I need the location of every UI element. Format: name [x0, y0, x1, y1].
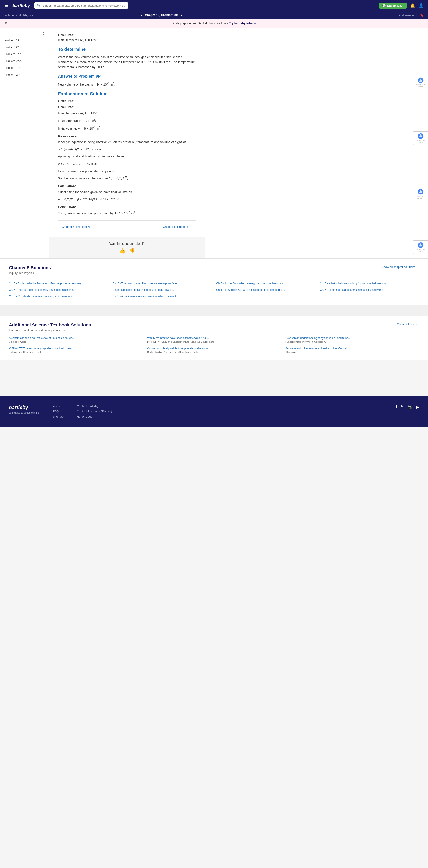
to-determine-title: To determine: [58, 47, 196, 52]
header-right: 💬 Expert Q&A 🔔 👤: [379, 3, 424, 9]
sidebar-toggle-icon[interactable]: ⋮: [42, 31, 45, 35]
footer: bartleby your guide to better learning A…: [0, 396, 428, 427]
thumbs-down-button[interactable]: 👎: [129, 248, 135, 254]
solution-link-4[interactable]: Ch. 5 - Discuss some of the early develo…: [9, 288, 108, 292]
hamburger-icon[interactable]: ☰: [4, 3, 8, 8]
additional-item-title-0[interactable]: A certain car has a fuel efficiency of 2…: [9, 336, 143, 340]
recaptcha-2: reCAPTCHA Privacy -: [413, 131, 428, 147]
solutions-title: Chapter 5 Solutions: [9, 265, 51, 270]
instagram-icon[interactable]: 📷: [407, 405, 412, 409]
additional-solutions: Additional Science Textbook Solutions Fi…: [0, 314, 428, 360]
solution-link-6[interactable]: Ch. 5 - In Section 5.2, we discussed the…: [216, 288, 315, 292]
solutions-subtitle: Inquiry into Physics: [9, 271, 51, 275]
calc-formula: Vf = V1T2/T1 = (8×10−3×30)/18 = 4.44 × 1…: [58, 197, 196, 203]
formula1: pV =(constant)T or pV/T = constant: [58, 147, 196, 152]
sub-header: ← Inquiry into Physics ‹ Chapter 5, Prob…: [0, 11, 428, 19]
applying-conditions: Applying initial and final conditions we…: [58, 154, 196, 159]
footer-socials: f 𝕏 📷 ▶: [396, 405, 419, 418]
footer-faq-link[interactable]: FAQ: [53, 410, 63, 413]
additional-title: Additional Science Textbook Solutions: [9, 322, 91, 328]
promo-banner: ✕ Finals prep & more: Get help from live…: [0, 19, 428, 28]
sidebar-item-problem-1as[interactable]: Problem 1AS: [0, 37, 49, 44]
show-solutions-link[interactable]: Show solutions +: [397, 322, 419, 326]
show-all-link[interactable]: Show all chapter solutions →: [382, 265, 419, 269]
search-input[interactable]: [42, 4, 125, 7]
sidebar-item-problem-1aa[interactable]: Problem 1AA: [0, 51, 49, 57]
solution-link-7[interactable]: Ch. 5 - Figures 5.36 and 5.39 schematica…: [320, 288, 419, 292]
search-bar: 🔍: [34, 2, 128, 9]
given-info-label-2: Given info:: [58, 99, 196, 103]
recaptcha-privacy-2: Privacy -: [418, 142, 424, 143]
recaptcha-box-3[interactable]: reCAPTCHA Privacy _: [413, 187, 428, 200]
header: ☰ bartleby 🔍 💬 Expert Q&A 🔔 👤: [0, 0, 428, 11]
solution-link-1[interactable]: Ch. 5 - The dwarf planet Pluto has an av…: [113, 282, 212, 285]
solutions-grid: Ch. 5 - Explain why the Moon and Mercury…: [9, 282, 419, 298]
sidebar-item-problem-2as[interactable]: Problem 2AS: [0, 44, 49, 51]
chat-icon: 💬: [382, 4, 386, 7]
section-divider: [0, 305, 428, 314]
additional-item-title-3[interactable]: VISUALIZE The secondary mycelium of a ba…: [9, 347, 143, 350]
additional-item-2: How can an understanding of cyclones be …: [285, 336, 419, 343]
user-icon[interactable]: 👤: [419, 3, 424, 8]
solution-link-8[interactable]: Ch. 5 - ① Indicates a review question, w…: [9, 294, 108, 299]
youtube-icon[interactable]: ▶: [416, 405, 419, 409]
facebook-icon[interactable]: f: [396, 405, 397, 409]
initial-temp-top: Initial temperature, Ti = 18oC: [58, 38, 196, 42]
solution-link-2[interactable]: Ch. 5 - In the Suns which energy transpo…: [216, 282, 315, 285]
prev-chapter-arrow[interactable]: ‹: [141, 13, 142, 17]
banner-text: Finals prep & more: Get help from live t…: [171, 22, 257, 25]
initial-temp-line: Initial temperature, Ti = 18oC: [58, 110, 196, 117]
sidebar-item-problem-2aa[interactable]: Problem 2AA: [0, 57, 49, 64]
solution-link-3[interactable]: Ch. 5 - What is helioseismology? How hav…: [320, 282, 419, 285]
footer-research-link[interactable]: Contact Research (Essays): [77, 410, 112, 413]
download-icon[interactable]: ⬇: [416, 13, 418, 17]
recaptcha-4: reCAPTCHA Privacy -: [413, 241, 428, 256]
footer-logo: bartleby: [9, 405, 39, 410]
back-link[interactable]: ← Inquiry into Physics: [4, 13, 33, 17]
prev-problem-link[interactable]: ← Chapter 5, Problem 7P: [58, 225, 91, 228]
additional-item-5: Benzene and toluene form an ideal soluti…: [285, 347, 419, 353]
footer-about-link[interactable]: About: [53, 405, 63, 408]
logo[interactable]: bartleby: [12, 3, 30, 8]
recaptcha-label-3: reCAPTCHA: [416, 195, 425, 197]
formula-label: Formula used:: [58, 134, 196, 138]
additional-item-title-1[interactable]: Woolly mammoths have been extinct for ab…: [147, 336, 281, 340]
footer-sitemap-link[interactable]: Sitemap: [53, 415, 63, 418]
recaptcha-box-1[interactable]: reCAPTCHA Privacy -: [413, 76, 428, 89]
bottom-nav: ← Chapter 5, Problem 7P Chapter 5, Probl…: [58, 220, 196, 233]
next-chapter-arrow[interactable]: ›: [181, 13, 182, 17]
additional-item-0: A certain car has a fuel efficiency of 2…: [9, 336, 143, 343]
solution-link-5[interactable]: Ch. 5 - Describe the caloric theory of h…: [113, 288, 212, 292]
recaptcha-box-2[interactable]: reCAPTCHA Privacy -: [413, 131, 428, 145]
additional-item-3: VISUALIZE The secondary mycelium of a ba…: [9, 347, 143, 353]
solution-link-9[interactable]: Ch. 5 - ① Indicates a review question, w…: [113, 294, 212, 299]
additional-item-title-2[interactable]: How can an understanding of cyclones be …: [285, 336, 419, 340]
recaptcha-privacy-3: Privacy _: [417, 197, 424, 199]
footer-col-2: Contact Bartleby Contact Research (Essay…: [77, 405, 112, 418]
final-answer: Final answer ⬇ 🔖: [397, 13, 424, 17]
expert-qa-button[interactable]: 💬 Expert Q&A: [379, 3, 407, 9]
recaptcha-box-4[interactable]: reCAPTCHA Privacy -: [413, 241, 428, 254]
tutor-link[interactable]: Try bartleby tutor →: [229, 22, 257, 25]
additional-subtitle: Find more solutions based on key concept…: [9, 329, 91, 332]
conclusion-label: Conclusion:: [58, 205, 196, 209]
footer-inner: bartleby your guide to better learning A…: [9, 405, 419, 418]
sidebar-item-problem-2pip[interactable]: Problem 2PIP: [0, 71, 49, 78]
bell-icon[interactable]: 🔔: [410, 3, 415, 8]
banner-close-button[interactable]: ✕: [4, 21, 7, 25]
main-container: ⋮ Problem 1AS Problem 2AS Problem 1AA Pr…: [0, 28, 428, 258]
footer-honor-link[interactable]: Honor Code: [77, 415, 112, 418]
additional-item-title-5[interactable]: Benzene and toluene form an ideal soluti…: [285, 347, 419, 350]
given-info-top: Given info: Initial temperature, Ti = 18…: [58, 33, 196, 42]
next-problem-link[interactable]: Chapter 5, Problem 9P →: [163, 225, 196, 228]
bookmark-icon[interactable]: 🔖: [420, 13, 424, 17]
additional-item-1: Woolly mammoths have been extinct for ab…: [147, 336, 281, 343]
thumbs-up-button[interactable]: 👍: [119, 248, 125, 254]
twitter-icon[interactable]: 𝕏: [401, 405, 404, 409]
sidebar-item-problem-1pip[interactable]: Problem 1PIP: [0, 64, 49, 71]
additional-item-title-4[interactable]: Convert your body weight from pounds to …: [147, 347, 281, 350]
solution-link-0[interactable]: Ch. 5 - Explain why the Moon and Mercury…: [9, 282, 108, 285]
additional-item-4: Convert your body weight from pounds to …: [147, 347, 281, 353]
footer-contact-link[interactable]: Contact Bartleby: [77, 405, 112, 408]
footer-brand: bartleby your guide to better learning: [9, 405, 39, 418]
